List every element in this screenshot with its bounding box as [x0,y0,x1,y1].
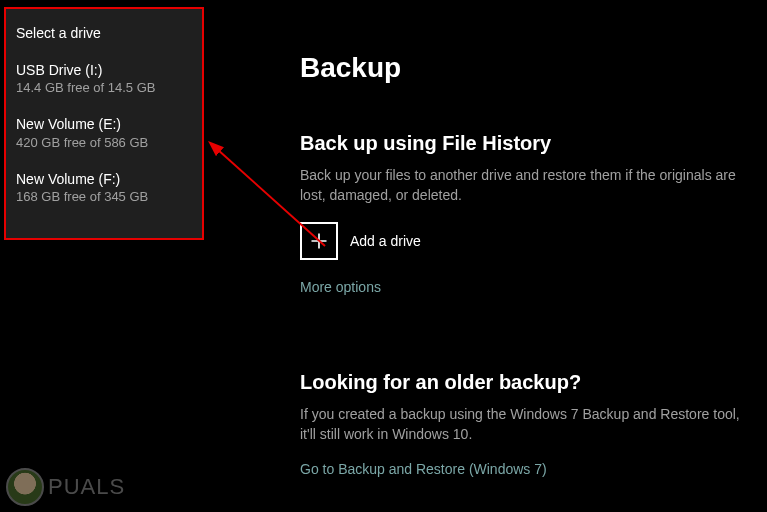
section-older-backup: Looking for an older backup? If you crea… [300,371,750,479]
backup-restore-win7-link[interactable]: Go to Backup and Restore (Windows 7) [300,461,547,477]
flyout-heading: Select a drive [16,25,192,41]
plus-icon [300,222,338,260]
page-title: Backup [300,52,750,84]
drive-free: 14.4 GB free of 14.5 GB [16,79,192,97]
file-history-desc: Back up your files to another drive and … [300,165,750,206]
section-file-history: Back up using File History Back up your … [300,132,750,335]
drive-item-new-volume-f[interactable]: New Volume (F:) 168 GB free of 345 GB [16,170,192,206]
select-drive-flyout: Select a drive USB Drive (I:) 14.4 GB fr… [4,7,204,240]
file-history-heading: Back up using File History [300,132,750,155]
drive-item-new-volume-e[interactable]: New Volume (E:) 420 GB free of 586 GB [16,115,192,151]
more-options-link[interactable]: More options [300,279,381,295]
older-backup-desc: If you created a backup using the Window… [300,404,750,445]
main-content: Backup Back up using File History Back u… [300,52,750,512]
drive-item-usb-i[interactable]: USB Drive (I:) 14.4 GB free of 14.5 GB [16,61,192,97]
drive-name: New Volume (E:) [16,115,192,133]
watermark: PUALS [6,468,125,506]
add-drive-label: Add a drive [350,233,421,249]
drive-name: USB Drive (I:) [16,61,192,79]
add-drive-button[interactable]: Add a drive [300,222,750,260]
older-backup-heading: Looking for an older backup? [300,371,750,394]
watermark-text: PUALS [48,474,125,500]
drive-free: 420 GB free of 586 GB [16,134,192,152]
drive-name: New Volume (F:) [16,170,192,188]
watermark-avatar-icon [6,468,44,506]
drive-free: 168 GB free of 345 GB [16,188,192,206]
